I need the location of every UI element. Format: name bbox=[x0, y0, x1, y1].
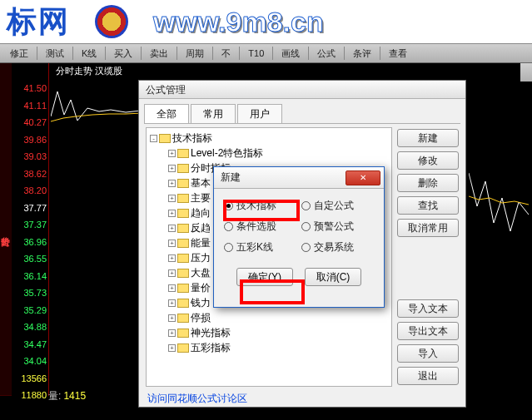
header-url[interactable]: www.9m8.cn bbox=[153, 6, 324, 38]
radio-option[interactable]: 条件选股 bbox=[224, 220, 296, 234]
mgr-button[interactable]: 删除 bbox=[397, 174, 459, 192]
mgr-button[interactable]: 导入文本 bbox=[397, 299, 459, 318]
tree-item-label[interactable]: 五彩指标 bbox=[191, 341, 231, 355]
mgr-button[interactable]: 新建 bbox=[397, 129, 459, 147]
price-value: 41.50 bbox=[12, 80, 48, 97]
toolbar-item[interactable]: 周期 bbox=[181, 46, 209, 62]
tree-item-label[interactable]: 压力 bbox=[191, 251, 211, 265]
tree-item-label[interactable]: 能量 bbox=[191, 236, 211, 250]
expand-icon[interactable]: + bbox=[168, 210, 176, 217]
radio-option[interactable]: 预警公式 bbox=[301, 220, 374, 234]
ok-button[interactable]: 确定(Y) bbox=[236, 268, 293, 286]
left-tab[interactable]: 分时走势 bbox=[0, 63, 12, 396]
expand-icon[interactable]: + bbox=[168, 344, 176, 352]
expand-icon[interactable]: + bbox=[168, 254, 176, 262]
toolbar-item[interactable]: 条评 bbox=[348, 46, 376, 62]
mgr-button[interactable]: 取消常用 bbox=[397, 219, 459, 237]
tree-root-label[interactable]: 技术指标 bbox=[172, 131, 212, 146]
main-toolbar: 修正测试K线买入卖出周期不T10画线公式条评查看 bbox=[0, 43, 532, 63]
tree-item-label[interactable]: 基本 bbox=[191, 176, 211, 190]
mgr-button[interactable]: 修改 bbox=[397, 151, 459, 170]
tree-item-label[interactable]: 钱力 bbox=[191, 296, 211, 310]
folder-icon bbox=[177, 179, 189, 188]
toolbar-item[interactable]: K线 bbox=[77, 46, 102, 62]
expand-icon[interactable]: + bbox=[168, 284, 176, 292]
folder-icon bbox=[177, 224, 189, 233]
price-value: 37.77 bbox=[12, 200, 48, 217]
tree-item-label[interactable]: 量价 bbox=[191, 281, 211, 295]
folder-icon bbox=[177, 269, 189, 278]
button-column: 新建修改删除查找取消常用导入文本导出文本导入退出 bbox=[395, 124, 465, 390]
price-value: 36.14 bbox=[12, 268, 48, 285]
toolbar-item[interactable]: 买入 bbox=[109, 46, 137, 62]
radio-icon bbox=[301, 222, 311, 231]
price-value: 37.37 bbox=[12, 216, 48, 234]
expand-icon[interactable]: + bbox=[168, 225, 176, 232]
tree-item-label[interactable]: 大盘 bbox=[191, 266, 211, 280]
tree-item-label[interactable]: 停损 bbox=[191, 311, 211, 325]
folder-icon bbox=[177, 343, 189, 353]
tree-item-label[interactable]: 趋向 bbox=[191, 206, 211, 220]
tab[interactable]: 常用 bbox=[191, 104, 236, 123]
tree-item-label[interactable]: 反趋 bbox=[191, 221, 211, 235]
new-dialog-titlebar: 新建 ✕ bbox=[214, 167, 384, 189]
expand-icon[interactable]: + bbox=[168, 180, 176, 187]
toolbar-item[interactable]: 卖出 bbox=[145, 46, 173, 62]
toolbar-item[interactable]: 画线 bbox=[276, 46, 305, 62]
cancel-button[interactable]: 取消(C) bbox=[305, 268, 361, 286]
forum-link[interactable]: 访问同花顺公式讨论区 bbox=[147, 393, 247, 404]
status-label: 量: bbox=[48, 390, 61, 402]
price-value: 39.86 bbox=[12, 131, 48, 149]
right-chart bbox=[469, 82, 532, 414]
new-dialog-title: 新建 bbox=[221, 170, 346, 185]
radio-option[interactable]: 技术指标 bbox=[224, 199, 296, 213]
collapse-icon[interactable]: - bbox=[150, 135, 157, 142]
right-sparkline bbox=[469, 156, 532, 256]
price-value: 11880 bbox=[12, 387, 48, 404]
price-value: 39.03 bbox=[12, 148, 48, 166]
price-value: 40.27 bbox=[12, 114, 48, 131]
toolbar-item[interactable]: 公式 bbox=[312, 46, 341, 62]
toolbar-item[interactable]: 不 bbox=[216, 46, 236, 62]
radio-label: 自定公式 bbox=[314, 199, 354, 213]
price-value: 38.62 bbox=[12, 166, 48, 183]
price-value: 35.29 bbox=[12, 302, 48, 319]
tab[interactable]: 用户 bbox=[237, 104, 282, 123]
expand-icon[interactable]: + bbox=[168, 240, 176, 247]
toolbar-item[interactable]: 查看 bbox=[384, 46, 412, 62]
radio-icon bbox=[301, 201, 311, 210]
radio-option[interactable]: 自定公式 bbox=[301, 199, 374, 213]
mgr-button[interactable]: 查找 bbox=[397, 196, 459, 215]
expand-icon[interactable]: + bbox=[168, 150, 176, 157]
radio-label: 交易系统 bbox=[314, 240, 354, 254]
price-value: 34.04 bbox=[12, 353, 48, 370]
expand-icon[interactable]: + bbox=[168, 329, 176, 337]
tree-item-label[interactable]: 神光指标 bbox=[191, 326, 231, 340]
new-dialog: 新建 ✕ 技术指标自定公式条件选股预警公式五彩K线交易系统 确定(Y) 取消(C… bbox=[213, 166, 385, 308]
expand-icon[interactable]: + bbox=[168, 299, 176, 307]
radio-option[interactable]: 交易系统 bbox=[301, 240, 374, 254]
price-value: 36.96 bbox=[12, 234, 48, 251]
tree-item-label[interactable]: 主要 bbox=[191, 191, 211, 205]
folder-icon bbox=[177, 254, 189, 263]
tab[interactable]: 全部 bbox=[144, 104, 189, 123]
dialog-title: 公式管理 bbox=[139, 81, 465, 99]
price-value: 13566 bbox=[12, 370, 48, 388]
close-button[interactable]: ✕ bbox=[346, 170, 380, 185]
expand-icon[interactable]: + bbox=[168, 314, 176, 322]
brand-icon bbox=[95, 5, 128, 38]
expand-icon[interactable]: + bbox=[168, 195, 176, 202]
left-tabs: 分时走势技术分析公司资讯自选报价综合排名更多… bbox=[0, 63, 12, 396]
price-value: 34.47 bbox=[12, 336, 48, 353]
tree-item-label[interactable]: Level-2特色指标 bbox=[191, 146, 263, 161]
logo-text: 标网 bbox=[7, 2, 70, 42]
toolbar-item[interactable]: 测试 bbox=[41, 46, 69, 62]
expand-icon[interactable]: + bbox=[168, 269, 176, 277]
mgr-button[interactable]: 导入 bbox=[397, 344, 459, 363]
radio-option[interactable]: 五彩K线 bbox=[224, 240, 296, 254]
expand-icon[interactable]: + bbox=[168, 165, 176, 172]
toolbar-item[interactable]: T10 bbox=[243, 47, 269, 60]
mgr-button[interactable]: 退出 bbox=[397, 367, 459, 385]
toolbar-item[interactable]: 修正 bbox=[5, 46, 33, 62]
mgr-button[interactable]: 导出文本 bbox=[397, 322, 459, 340]
